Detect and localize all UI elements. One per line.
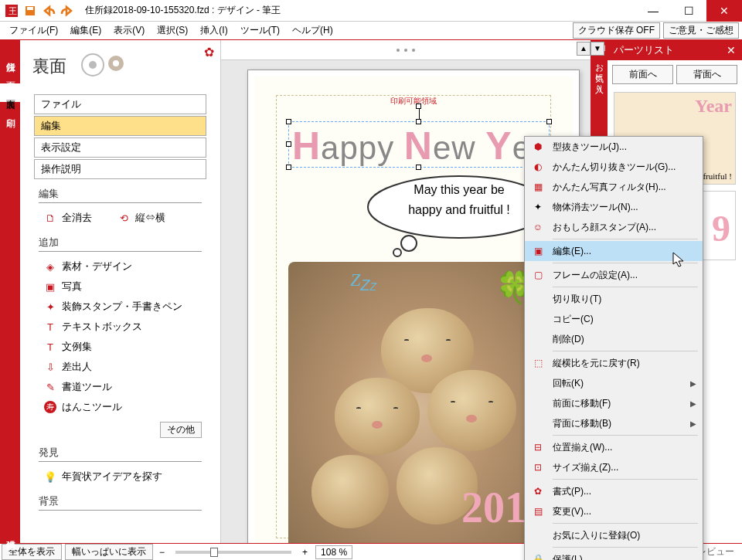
section-tab-file[interactable]: ファイル bbox=[34, 94, 206, 114]
zoom-out-button[interactable]: − bbox=[155, 547, 169, 558]
add-photo[interactable]: ▣写真 bbox=[39, 277, 202, 297]
cm-align[interactable]: ⊟位置揃え(W)... bbox=[525, 437, 703, 457]
move-front-button[interactable]: 前面へ bbox=[612, 65, 673, 84]
redo-icon[interactable] bbox=[59, 2, 76, 19]
add-stamp[interactable]: ✦装飾スタンプ・手書きペン bbox=[39, 297, 202, 317]
add-sender[interactable]: ⇩差出人 bbox=[39, 357, 202, 377]
cm-cutout[interactable]: ⬢型抜きツール(J)... bbox=[525, 137, 703, 157]
easy-cut-icon: ◐ bbox=[529, 159, 546, 175]
cm-cut[interactable]: 切り取り(T) bbox=[525, 289, 703, 309]
cm-format[interactable]: ✿書式(P)... bbox=[525, 481, 703, 501]
menu-view[interactable]: 表示(V) bbox=[107, 22, 151, 39]
zzz-decoration: ZZZ bbox=[350, 270, 376, 294]
background-section-title: 背景 bbox=[39, 494, 202, 511]
svg-text:王: 王 bbox=[9, 6, 17, 15]
tab-front[interactable]: 表面 bbox=[0, 65, 20, 83]
face-icon: ☺ bbox=[529, 219, 546, 235]
year-text: 201 bbox=[461, 483, 526, 532]
window-title: 住所録2018-09-10-155320.fzd : デザイン - 筆王 bbox=[79, 4, 635, 17]
menu-select[interactable]: 選択(S) bbox=[151, 22, 194, 39]
resize-handle-n[interactable] bbox=[416, 119, 421, 124]
resize-handle-ne[interactable] bbox=[546, 119, 552, 124]
add-calligraphy[interactable]: ✎書道ツール bbox=[39, 377, 202, 397]
fit-all-button[interactable]: 全体を表示 bbox=[2, 544, 62, 560]
save-icon[interactable] bbox=[22, 2, 39, 19]
discover-ideas[interactable]: 💡年賀状アイデアを探す bbox=[39, 467, 202, 487]
add-hanko[interactable]: 寿はんこツール bbox=[39, 397, 202, 417]
gear-icon[interactable]: ✿ bbox=[204, 45, 214, 59]
close-button[interactable]: ✕ bbox=[706, 0, 742, 22]
cm-rotate[interactable]: 回転(K)▶ bbox=[525, 373, 703, 393]
tab-addressbook[interactable]: 住所録 bbox=[0, 46, 20, 65]
zoom-value[interactable]: 108 % bbox=[315, 545, 352, 559]
filter-icon: ▦ bbox=[529, 179, 546, 195]
clear-all-button[interactable]: 🗋全消去 bbox=[39, 208, 97, 228]
zoom-slider[interactable] bbox=[175, 551, 291, 554]
move-back-button[interactable]: 背面へ bbox=[676, 65, 737, 84]
cm-move-back[interactable]: 背面に移動(B)▶ bbox=[525, 413, 703, 433]
cm-funny-face[interactable]: ☺おもしろ顔スタンプ(A)... bbox=[525, 217, 703, 237]
tab-back[interactable]: 裏面 bbox=[0, 83, 20, 102]
cm-delete[interactable]: 削除(D) bbox=[525, 329, 703, 349]
section-tab-display[interactable]: 表示設定 bbox=[34, 137, 206, 158]
add-samples[interactable]: T文例集 bbox=[39, 337, 202, 357]
resize-handle-w[interactable] bbox=[286, 141, 291, 147]
selected-text-object[interactable]: Happy New Year bbox=[288, 121, 550, 168]
rotate-icon: ⟲ bbox=[117, 211, 131, 225]
zoom-in-button[interactable]: + bbox=[298, 547, 312, 558]
fit-width-button[interactable]: 幅いっぱいに表示 bbox=[65, 544, 153, 560]
bulb-icon: 💡 bbox=[43, 470, 57, 484]
menu-file[interactable]: ファイル(F) bbox=[3, 22, 64, 39]
tab-extensions[interactable]: 機能拡張 bbox=[0, 524, 20, 543]
format-icon: ✿ bbox=[529, 484, 546, 499]
cm-reset-ratio[interactable]: ⬚縦横比を元に戻す(R) bbox=[525, 353, 703, 373]
tab-print[interactable]: 印刷 bbox=[0, 102, 20, 120]
resize-handle-nw[interactable] bbox=[286, 119, 291, 124]
zoom-thumb[interactable] bbox=[210, 548, 218, 557]
cm-protect[interactable]: 🔒保護(L) bbox=[525, 549, 703, 560]
cm-remove-obj[interactable]: ✦物体消去ツール(N)... bbox=[525, 197, 703, 217]
rotate-handle[interactable] bbox=[416, 104, 421, 109]
scroll-up-button[interactable]: ▲ bbox=[577, 42, 591, 56]
rotate-button[interactable]: ⟲縦⇔横 bbox=[112, 208, 170, 228]
material-icon: ◈ bbox=[43, 260, 57, 273]
menu-tools[interactable]: ツール(T) bbox=[234, 22, 286, 39]
scroll-down-button[interactable]: ▼ bbox=[591, 42, 604, 56]
svg-point-9 bbox=[401, 236, 417, 251]
photo-object[interactable]: ZZZ 🍀 201 bbox=[288, 262, 550, 543]
align-icon: ⊟ bbox=[529, 440, 546, 455]
section-tab-edit[interactable]: 編集 bbox=[34, 116, 206, 136]
svg-point-10 bbox=[393, 249, 401, 256]
cm-move-front[interactable]: 前面に移動(F)▶ bbox=[525, 393, 703, 413]
cm-easy-filter[interactable]: ▦かんたん写真フィルタ(H)... bbox=[525, 177, 703, 197]
parts-list-close-icon[interactable]: ✕ bbox=[727, 44, 736, 56]
parts-list-title: パーツリスト bbox=[614, 43, 674, 57]
menu-help[interactable]: ヘルプ(H) bbox=[286, 22, 339, 39]
minimize-button[interactable]: — bbox=[635, 0, 671, 22]
mouse-cursor bbox=[672, 252, 686, 273]
remove-icon: ✦ bbox=[529, 199, 546, 215]
section-tab-help[interactable]: 操作説明 bbox=[34, 159, 206, 179]
cm-easy-cut[interactable]: ◐かんたん切り抜きツール(G)... bbox=[525, 157, 703, 177]
menu-edit[interactable]: 編集(E) bbox=[64, 22, 107, 39]
resize-handle-s[interactable] bbox=[416, 165, 421, 170]
resize-handle-sw[interactable] bbox=[286, 165, 291, 170]
cm-copy[interactable]: コピー(C) bbox=[525, 309, 703, 329]
undo-icon[interactable] bbox=[40, 2, 57, 19]
sender-icon: ⇩ bbox=[43, 360, 57, 374]
stamp-icon: ✦ bbox=[43, 300, 57, 314]
feedback-button[interactable]: ご意見・ご感想 bbox=[663, 22, 739, 39]
app-icon: 王 bbox=[3, 2, 20, 19]
maximize-button[interactable]: ☐ bbox=[671, 0, 706, 22]
canvas-grip[interactable] bbox=[221, 40, 591, 60]
cloud-save-button[interactable]: クラウド保存 OFF bbox=[573, 22, 660, 39]
svg-point-7 bbox=[113, 60, 119, 66]
cm-size[interactable]: ⊡サイズ揃え(Z)... bbox=[525, 457, 703, 477]
cm-change[interactable]: ▤変更(V)... bbox=[525, 501, 703, 521]
menu-insert[interactable]: 挿入(I) bbox=[194, 22, 233, 39]
cm-add-fav[interactable]: お気に入りに登録(O) bbox=[525, 525, 703, 545]
add-material[interactable]: ◈素材・デザイン bbox=[39, 256, 202, 277]
add-textbox[interactable]: Tテキストボックス bbox=[39, 317, 202, 337]
submenu-arrow-icon: ▶ bbox=[690, 419, 696, 428]
other-button[interactable]: その他 bbox=[160, 422, 202, 438]
